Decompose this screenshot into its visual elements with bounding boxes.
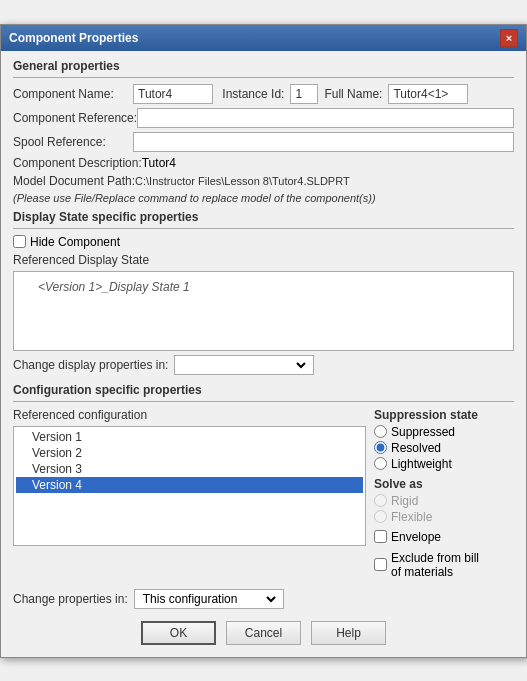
rigid-label: Rigid: [391, 494, 418, 508]
flexible-row: Flexible: [374, 510, 514, 524]
model-path-label: Model Document Path:: [13, 174, 135, 188]
lightweight-label: Lightweight: [391, 457, 452, 471]
dialog-body: General properties Component Name: Insta…: [1, 51, 526, 657]
config-section: Referenced configuration Version 1 Versi…: [13, 408, 514, 583]
exclude-from-bill-label: Exclude from bill: [391, 551, 479, 565]
full-name-label: Full Name:: [324, 87, 382, 101]
version4-label: Version 4: [32, 478, 82, 492]
component-reference-row: Component Reference:: [13, 108, 514, 128]
replace-note: (Please use File/Replace command to repl…: [13, 192, 514, 204]
component-description-value: Tutor4: [142, 156, 176, 170]
resolved-label: Resolved: [391, 441, 441, 455]
change-display-label: Change display properties in:: [13, 358, 168, 372]
version2-label: Version 2: [32, 446, 82, 460]
model-path-row: Model Document Path: C:\Instructor Files…: [13, 174, 514, 188]
change-display-row: Change display properties in:: [13, 355, 514, 375]
component-description-label: Component Description:: [13, 156, 142, 170]
suppressed-row: Suppressed: [374, 425, 514, 439]
hide-component-checkbox[interactable]: [13, 235, 26, 248]
close-button[interactable]: ×: [500, 29, 518, 47]
ok-button[interactable]: OK: [141, 621, 216, 645]
change-properties-select[interactable]: This configuration All configurations Sp…: [139, 590, 279, 608]
spool-reference-label: Spool Reference:: [13, 135, 133, 149]
help-button[interactable]: Help: [311, 621, 386, 645]
envelope-checkbox[interactable]: [374, 530, 387, 543]
full-name-input[interactable]: [388, 84, 468, 104]
version3-label: Version 3: [32, 462, 82, 476]
config-item-version2[interactable]: Version 2: [16, 445, 363, 461]
dialog-title: Component Properties: [9, 31, 138, 45]
envelope-group: Envelope Exclude from bill of materials: [374, 530, 514, 583]
hide-component-label: Hide Component: [30, 235, 120, 249]
spool-reference-row: Spool Reference:: [13, 132, 514, 152]
resolved-radio[interactable]: [374, 441, 387, 454]
display-state-value: <Version 1>_Display State 1: [18, 276, 509, 346]
of-materials-label: of materials: [391, 565, 453, 579]
suppression-group: Suppression state Suppressed Resolved Li…: [374, 408, 514, 471]
referenced-display-state-label: Referenced Display State: [13, 253, 514, 267]
instance-id-label: Instance Id:: [222, 87, 284, 101]
rigid-radio[interactable]: [374, 494, 387, 507]
change-properties-row: Change properties in: This configuration…: [13, 589, 514, 609]
component-name-row: Component Name: Instance Id: Full Name:: [13, 84, 514, 104]
general-properties-label: General properties: [13, 59, 514, 73]
change-properties-label: Change properties in:: [13, 592, 128, 606]
config-item-version1[interactable]: Version 1: [16, 429, 363, 445]
suppressed-label: Suppressed: [391, 425, 455, 439]
config-left: Referenced configuration Version 1 Versi…: [13, 408, 366, 583]
exclude-from-bill-text: Exclude from bill of materials: [391, 551, 479, 579]
model-path-value: C:\Instructor Files\Lesson 8\Tutor4.SLDP…: [135, 175, 350, 187]
component-reference-label: Component Reference:: [13, 111, 137, 125]
rigid-row: Rigid: [374, 494, 514, 508]
title-bar: Component Properties ×: [1, 25, 526, 51]
config-list-box[interactable]: Version 1 Version 2 Version 3 Version 4: [13, 426, 366, 546]
exclude-from-bill-checkbox[interactable]: [374, 558, 387, 571]
component-description-row: Component Description: Tutor4: [13, 156, 514, 170]
exclude-from-bill-row: Exclude from bill of materials: [374, 551, 514, 579]
solve-as-title: Solve as: [374, 477, 514, 491]
config-section-label: Configuration specific properties: [13, 383, 514, 397]
config-item-version3[interactable]: Version 3: [16, 461, 363, 477]
component-properties-dialog: Component Properties × General propertie…: [0, 24, 527, 658]
instance-id-input[interactable]: [290, 84, 318, 104]
solve-as-group: Solve as Rigid Flexible: [374, 477, 514, 524]
button-row: OK Cancel Help: [13, 615, 514, 647]
cancel-button[interactable]: Cancel: [226, 621, 301, 645]
hide-component-row: Hide Component: [13, 235, 514, 249]
change-display-select[interactable]: [179, 356, 309, 374]
envelope-row: Envelope: [374, 530, 514, 544]
change-properties-combo[interactable]: This configuration All configurations Sp…: [134, 589, 284, 609]
display-state-box: <Version 1>_Display State 1: [13, 271, 514, 351]
component-name-input[interactable]: [133, 84, 213, 104]
component-name-label: Component Name:: [13, 87, 133, 101]
component-reference-input[interactable]: [137, 108, 514, 128]
config-right: Suppression state Suppressed Resolved Li…: [374, 408, 514, 583]
spool-reference-input[interactable]: [133, 132, 514, 152]
lightweight-radio[interactable]: [374, 457, 387, 470]
flexible-label: Flexible: [391, 510, 432, 524]
resolved-row: Resolved: [374, 441, 514, 455]
config-item-version4[interactable]: Version 4: [16, 477, 363, 493]
lightweight-row: Lightweight: [374, 457, 514, 471]
flexible-radio[interactable]: [374, 510, 387, 523]
change-display-combo[interactable]: [174, 355, 314, 375]
display-state-label: Display State specific properties: [13, 210, 514, 224]
referenced-config-label: Referenced configuration: [13, 408, 366, 422]
version1-label: Version 1: [32, 430, 82, 444]
suppressed-radio[interactable]: [374, 425, 387, 438]
envelope-label: Envelope: [391, 530, 441, 544]
instance-id-group: Instance Id: Full Name:: [213, 84, 514, 104]
suppression-title: Suppression state: [374, 408, 514, 422]
